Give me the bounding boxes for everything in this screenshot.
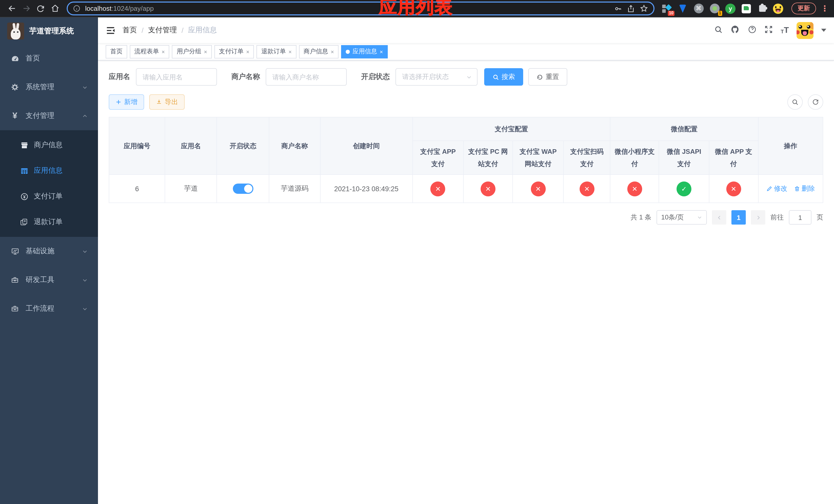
col-status: 开启状态 <box>217 117 269 175</box>
next-page-button[interactable] <box>751 210 765 225</box>
app-name-input[interactable] <box>136 68 217 86</box>
app-title: 芋道管理系统 <box>29 26 74 36</box>
extension-y-icon[interactable]: y <box>725 3 736 14</box>
sidebar-item-system[interactable]: 系统管理 <box>0 73 98 101</box>
chevron-down-icon <box>82 306 88 312</box>
bookmark-star-icon[interactable] <box>640 4 648 13</box>
tab-process-form[interactable]: 流程表单× <box>130 45 170 58</box>
sidebar-item-dev-tools[interactable]: 研发工具 <box>0 266 98 294</box>
tab-app-info[interactable]: 应用信息× <box>341 45 388 58</box>
help-icon[interactable] <box>748 25 756 36</box>
app-logo[interactable]: 芋道管理系统 <box>0 18 98 44</box>
edit-link[interactable]: 修改 <box>766 184 787 193</box>
add-button[interactable]: 新增 <box>109 94 144 110</box>
chevron-down-icon <box>697 215 702 220</box>
col-wechat-mini: 微信小程序支付 <box>610 141 659 175</box>
tab-home[interactable]: 首页 <box>106 45 127 58</box>
prev-page-button[interactable] <box>712 210 726 225</box>
back-icon[interactable] <box>5 2 19 15</box>
sidebar-item-app-info[interactable]: 应用信息 <box>0 158 98 184</box>
home-icon[interactable] <box>48 2 62 15</box>
sidebar: 芋道管理系统 首页 系统管理 <box>0 18 98 504</box>
alipay-qr-status-badge: ✕ <box>579 181 594 196</box>
extension-puzzle-icon[interactable] <box>757 3 767 14</box>
close-icon[interactable]: × <box>288 48 292 54</box>
github-icon[interactable] <box>730 24 740 36</box>
table-row: 6 芋道 芋道源码 2021-10-23 08:49:25 ✕ ✕ ✕ ✕ ✕ … <box>109 175 823 203</box>
page-size-select[interactable]: 10条/页 <box>657 210 707 225</box>
status-select[interactable]: 请选择开启状态 <box>395 68 478 86</box>
breadcrumb-payment[interactable]: 支付管理 <box>148 26 177 35</box>
status-label: 开启状态 <box>361 72 390 82</box>
url-bar[interactable]: localhost:1024/pay/app <box>67 2 655 15</box>
close-icon[interactable]: × <box>246 48 249 54</box>
chevron-down-icon <box>466 74 472 80</box>
search-icon[interactable] <box>714 25 723 36</box>
yen-icon: ¥ <box>10 111 20 121</box>
annotation-overlay: 应用列表 <box>379 0 453 19</box>
merchant-name-input[interactable] <box>266 68 347 86</box>
url-text: localhost:1024/pay/app <box>85 5 154 12</box>
fullscreen-icon[interactable] <box>764 25 773 36</box>
delete-link[interactable]: 删除 <box>794 184 815 193</box>
share-icon[interactable] <box>627 4 635 13</box>
apps-table: 应用编号 应用名 开启状态 商户名称 创建时间 支付宝配置 微信配置 操作 支付… <box>109 117 823 203</box>
refund-doc-icon <box>20 218 29 226</box>
export-button[interactable]: 导出 <box>149 94 185 110</box>
tab-user-group[interactable]: 用户分组× <box>172 45 212 58</box>
gear-icon <box>10 83 20 91</box>
close-icon[interactable]: × <box>331 48 334 54</box>
reset-button[interactable]: 重置 <box>528 68 567 86</box>
caret-down-icon[interactable] <box>821 29 826 32</box>
page-number-button[interactable]: 1 <box>731 210 746 225</box>
sidebar-item-merchant-info[interactable]: 商户信息 <box>0 132 98 158</box>
breadcrumb-home[interactable]: 首页 <box>123 26 137 35</box>
extension-kite-icon[interactable] <box>678 3 688 14</box>
toggle-search-button[interactable] <box>787 94 803 110</box>
browser-menu-icon[interactable]: ⋮ <box>821 4 829 13</box>
status-toggle[interactable] <box>233 184 254 194</box>
goto-suffix: 页 <box>816 213 823 222</box>
tab-merchant-info[interactable]: 商户信息× <box>299 45 339 58</box>
breadcrumb: 首页 / 支付管理 / 应用信息 <box>123 26 217 35</box>
forward-icon[interactable] <box>20 2 33 15</box>
tab-pay-order[interactable]: 支付订单× <box>214 45 254 58</box>
extension-target-icon[interactable]: 1 <box>709 3 720 14</box>
sidebar-collapse-icon[interactable] <box>106 25 115 35</box>
tags-view: 首页 流程表单× 用户分组× 支付订单× 退款订单× 商户信息× 应用信息× <box>98 43 834 61</box>
merchant-name-label: 商户名称 <box>231 72 260 82</box>
extension-doc-icon[interactable] <box>741 3 751 14</box>
app-name-label: 应用名 <box>109 72 130 82</box>
close-icon[interactable]: × <box>379 48 383 54</box>
cell-created: 2021-10-23 08:49:25 <box>320 175 413 203</box>
active-dot <box>346 49 350 53</box>
monitor-icon <box>10 247 20 256</box>
extension-blocks-icon[interactable]: 10 <box>662 3 672 14</box>
sidebar-item-pay-order[interactable]: 支付订单 <box>0 184 98 209</box>
wechat-mini-status-badge: ✕ <box>627 181 642 196</box>
password-key-icon[interactable] <box>614 4 622 13</box>
user-avatar[interactable] <box>796 22 813 39</box>
table-toolbar: 新增 导出 <box>109 94 823 110</box>
site-info-icon[interactable] <box>73 5 81 12</box>
chrome-update-button[interactable]: 更新 <box>791 3 816 14</box>
sidebar-item-workflow[interactable]: 工作流程 <box>0 294 98 323</box>
sidebar-item-home[interactable]: 首页 <box>0 44 98 73</box>
col-wechat-app: 微信 APP 支付 <box>709 141 758 175</box>
close-icon[interactable]: × <box>161 48 165 54</box>
payment-submenu: 商户信息 应用信息 支付订单 <box>0 130 98 237</box>
search-button[interactable]: 搜索 <box>484 68 523 86</box>
close-icon[interactable]: × <box>204 48 207 54</box>
tab-refund-order[interactable]: 退款订单× <box>257 45 297 58</box>
col-merchant: 商户名称 <box>269 117 320 175</box>
reload-icon[interactable] <box>34 2 47 15</box>
profile-avatar[interactable] <box>773 3 783 14</box>
sidebar-item-payment[interactable]: ¥ 支付管理 <box>0 101 98 130</box>
pagination: 共 1 条 10条/页 1 前往 <box>109 210 823 225</box>
goto-page-input[interactable] <box>789 210 811 225</box>
refresh-button[interactable] <box>808 94 823 110</box>
sidebar-item-refund-order[interactable]: 退款订单 <box>0 209 98 235</box>
font-size-icon[interactable]: TT <box>781 26 789 35</box>
sidebar-item-infrastructure[interactable]: 基础设施 <box>0 237 98 266</box>
extension-command-icon[interactable]: ⌘ <box>694 3 704 14</box>
